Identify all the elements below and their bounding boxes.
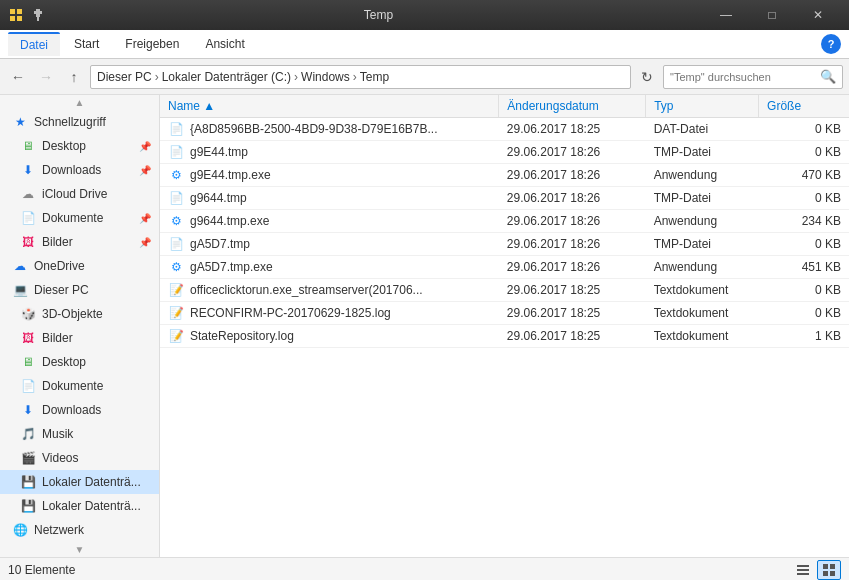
sidebar-item-musik[interactable]: 🎵 Musik bbox=[0, 422, 159, 446]
help-button[interactable]: ? bbox=[821, 34, 841, 54]
col-header-type[interactable]: Typ bbox=[646, 95, 759, 118]
large-icons-view-button[interactable] bbox=[817, 560, 841, 580]
sidebar-item-icloud[interactable]: ☁ iCloud Drive bbox=[0, 182, 159, 206]
file-type-7: Textdokument bbox=[646, 279, 759, 302]
table-row[interactable]: 📄 g9E44.tmp 29.06.2017 18:26 TMP-Datei 0… bbox=[160, 141, 849, 164]
sidebar-item-dieser-pc[interactable]: 💻 Dieser PC bbox=[0, 278, 159, 302]
sidebar-label-lokaler-d: Lokaler Datenträ... bbox=[42, 499, 141, 513]
file-date-8: 29.06.2017 18:25 bbox=[499, 302, 646, 325]
pin-icon-bilder: 📌 bbox=[139, 237, 151, 248]
sidebar-item-downloads-quick[interactable]: ⬇ Downloads 📌 bbox=[0, 158, 159, 182]
tab-freigeben[interactable]: Freigeben bbox=[113, 33, 191, 55]
search-box[interactable]: 🔍 bbox=[663, 65, 843, 89]
sidebar-item-videos[interactable]: 🎬 Videos bbox=[0, 446, 159, 470]
file-type-icon: 📝 bbox=[168, 328, 184, 344]
file-name: g9E44.tmp bbox=[190, 145, 248, 159]
window-controls: — □ ✕ bbox=[703, 0, 841, 30]
sidebar-item-bilder-pc[interactable]: 🖼 Bilder bbox=[0, 326, 159, 350]
music-icon: 🎵 bbox=[20, 426, 36, 442]
file-date-7: 29.06.2017 18:25 bbox=[499, 279, 646, 302]
sidebar-label-schnellzugriff: Schnellzugriff bbox=[34, 115, 106, 129]
file-type-icon: 📝 bbox=[168, 305, 184, 321]
svg-rect-11 bbox=[830, 564, 835, 569]
sidebar-item-3d[interactable]: 🎲 3D-Objekte bbox=[0, 302, 159, 326]
table-row[interactable]: ⚙ g9E44.tmp.exe 29.06.2017 18:26 Anwendu… bbox=[160, 164, 849, 187]
sidebar-label-desktop-quick: Desktop bbox=[42, 139, 86, 153]
tab-datei[interactable]: Datei bbox=[8, 32, 60, 56]
file-name: g9644.tmp.exe bbox=[190, 214, 269, 228]
sidebar-item-downloads-pc[interactable]: ⬇ Downloads bbox=[0, 398, 159, 422]
pc-icon: 💻 bbox=[12, 282, 28, 298]
sidebar-label-lokaler-c: Lokaler Datenträ... bbox=[42, 475, 141, 489]
table-row[interactable]: 📝 officeclicktorun.exe_streamserver(2017… bbox=[160, 279, 849, 302]
sidebar-item-desktop-pc[interactable]: 🖥 Desktop bbox=[0, 350, 159, 374]
table-row[interactable]: 📝 StateRepository.log 29.06.2017 18:25 T… bbox=[160, 325, 849, 348]
refresh-button[interactable]: ↻ bbox=[635, 65, 659, 89]
onedrive-icon: ☁ bbox=[12, 258, 28, 274]
sidebar-item-onedrive[interactable]: ☁ OneDrive bbox=[0, 254, 159, 278]
table-row[interactable]: ⚙ g9644.tmp.exe 29.06.2017 18:26 Anwendu… bbox=[160, 210, 849, 233]
file-type-icon: 📄 bbox=[168, 144, 184, 160]
file-type-4: Anwendung bbox=[646, 210, 759, 233]
file-type-3: TMP-Datei bbox=[646, 187, 759, 210]
app-icon bbox=[8, 7, 24, 23]
svg-rect-13 bbox=[830, 571, 835, 576]
sidebar-label-downloads-quick: Downloads bbox=[42, 163, 101, 177]
maximize-button[interactable]: □ bbox=[749, 0, 795, 30]
table-row[interactable]: 📄 g9644.tmp 29.06.2017 18:26 TMP-Datei 0… bbox=[160, 187, 849, 210]
close-button[interactable]: ✕ bbox=[795, 0, 841, 30]
sidebar-item-schnellzugriff[interactable]: ★ Schnellzugriff bbox=[0, 110, 159, 134]
sidebar-label-onedrive: OneDrive bbox=[34, 259, 85, 273]
address-path[interactable]: Dieser PC › Lokaler Datenträger (C:) › W… bbox=[90, 65, 631, 89]
sidebar-item-dokumente-pc[interactable]: 📄 Dokumente bbox=[0, 374, 159, 398]
desktop-icon-pc: 🖥 bbox=[20, 354, 36, 370]
sidebar-item-dokumente-quick[interactable]: 📄 Dokumente 📌 bbox=[0, 206, 159, 230]
file-name: RECONFIRM-PC-20170629-1825.log bbox=[190, 306, 391, 320]
sidebar-scroll-down[interactable]: ▼ bbox=[0, 542, 159, 557]
sidebar-scroll-up[interactable]: ▲ bbox=[0, 95, 159, 110]
back-button[interactable]: ← bbox=[6, 65, 30, 89]
table-row[interactable]: 📄 gA5D7.tmp 29.06.2017 18:26 TMP-Datei 0… bbox=[160, 233, 849, 256]
sidebar-item-lokaler-d[interactable]: 💾 Lokaler Datenträ... bbox=[0, 494, 159, 518]
file-name-cell-3: 📄 g9644.tmp bbox=[160, 187, 499, 210]
title-bar-icons bbox=[8, 7, 46, 23]
main-layout: ▲ ★ Schnellzugriff 🖥 Desktop 📌 ⬇ Downloa… bbox=[0, 95, 849, 557]
file-type-icon: ⚙ bbox=[168, 213, 184, 229]
tab-start[interactable]: Start bbox=[62, 33, 111, 55]
table-row[interactable]: ⚙ gA5D7.tmp.exe 29.06.2017 18:26 Anwendu… bbox=[160, 256, 849, 279]
search-input[interactable] bbox=[670, 71, 816, 83]
minimize-button[interactable]: — bbox=[703, 0, 749, 30]
3d-icon: 🎲 bbox=[20, 306, 36, 322]
svg-rect-5 bbox=[34, 11, 42, 14]
large-icons-view-icon bbox=[821, 562, 837, 578]
file-name: StateRepository.log bbox=[190, 329, 294, 343]
sidebar-label-dokumente-pc: Dokumente bbox=[42, 379, 103, 393]
forward-button[interactable]: → bbox=[34, 65, 58, 89]
status-bar: 10 Elemente bbox=[0, 557, 849, 580]
table-row[interactable]: 📝 RECONFIRM-PC-20170629-1825.log 29.06.2… bbox=[160, 302, 849, 325]
col-header-name[interactable]: Name ▲ bbox=[160, 95, 499, 118]
file-size-8: 0 KB bbox=[759, 302, 849, 325]
col-header-date[interactable]: Änderungsdatum bbox=[499, 95, 646, 118]
sidebar-item-lokaler-c[interactable]: 💾 Lokaler Datenträ... bbox=[0, 470, 159, 494]
disk-icon-c: 💾 bbox=[20, 474, 36, 490]
file-type-1: TMP-Datei bbox=[646, 141, 759, 164]
col-header-size[interactable]: Größe bbox=[759, 95, 849, 118]
sidebar: ▲ ★ Schnellzugriff 🖥 Desktop 📌 ⬇ Downloa… bbox=[0, 95, 160, 557]
sidebar-item-bilder-quick[interactable]: 🖼 Bilder 📌 bbox=[0, 230, 159, 254]
ribbon-tabs: Datei Start Freigeben Ansicht ? bbox=[0, 30, 849, 58]
file-type-9: Textdokument bbox=[646, 325, 759, 348]
images-icon-pc: 🖼 bbox=[20, 330, 36, 346]
svg-rect-7 bbox=[797, 565, 809, 567]
path-windows: Windows bbox=[301, 70, 350, 84]
details-view-button[interactable] bbox=[791, 560, 815, 580]
up-button[interactable]: ↑ bbox=[62, 65, 86, 89]
file-type-icon: ⚙ bbox=[168, 259, 184, 275]
file-size-1: 0 KB bbox=[759, 141, 849, 164]
sidebar-item-netzwerk[interactable]: 🌐 Netzwerk bbox=[0, 518, 159, 542]
table-row[interactable]: 📄 {A8D8596BB-2500-4BD9-9D38-D79E16B7B...… bbox=[160, 118, 849, 141]
sidebar-item-desktop-quick[interactable]: 🖥 Desktop 📌 bbox=[0, 134, 159, 158]
file-date-5: 29.06.2017 18:26 bbox=[499, 233, 646, 256]
tab-ansicht[interactable]: Ansicht bbox=[193, 33, 256, 55]
video-icon: 🎬 bbox=[20, 450, 36, 466]
